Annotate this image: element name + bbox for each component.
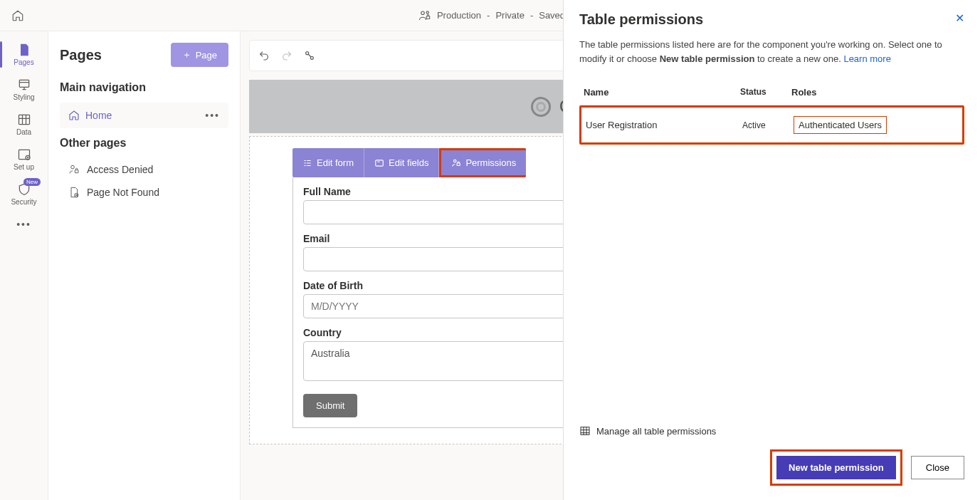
close-icon[interactable]: ✕ (955, 11, 964, 25)
people-lock-icon (418, 9, 431, 22)
setup-icon (17, 147, 31, 162)
perm-description: The table permissions listed here are fo… (579, 38, 964, 66)
home-icon (68, 110, 80, 121)
home-icon[interactable] (11, 9, 24, 22)
table-row[interactable]: User Registration Active Authenticated U… (579, 105, 964, 145)
company-logo-icon (531, 97, 551, 117)
svg-point-13 (454, 160, 457, 162)
rail-setup-label: Set up (14, 163, 34, 171)
undo-icon[interactable] (258, 50, 270, 61)
add-page-label: Page (196, 50, 217, 61)
permissions-table: Name Status Roles User Registration Acti… (579, 80, 964, 145)
permissions-label: Permissions (465, 157, 516, 168)
learn-more-link[interactable]: Learn more (843, 53, 890, 64)
row-roles: Authenticated Users (794, 116, 887, 134)
main-nav-heading: Main navigation (60, 81, 228, 94)
nav-item-more[interactable]: ••• (205, 110, 220, 121)
page-error-icon (68, 187, 80, 198)
edit-form-button[interactable]: Edit form (293, 148, 364, 177)
nav-item-access-denied[interactable]: Access Denied (60, 158, 228, 181)
nav-item-home[interactable]: Home ••• (60, 103, 228, 128)
svg-point-1 (426, 11, 428, 13)
fields-icon (374, 158, 384, 168)
submit-button[interactable]: Submit (303, 394, 357, 417)
link-icon[interactable] (304, 50, 315, 61)
svg-rect-3 (19, 80, 28, 87)
new-table-permission-button[interactable]: New table permission (776, 456, 896, 479)
panel-footer: New table permission Close (579, 449, 964, 489)
col-status: Status (740, 87, 791, 98)
rail-security-label: Security (11, 198, 36, 206)
manage-all-link[interactable]: Manage all table permissions (579, 425, 964, 437)
data-icon (17, 113, 31, 127)
col-name: Name (584, 87, 740, 98)
col-roles: Roles (791, 87, 960, 98)
env-name: Production (437, 10, 481, 21)
rail-data-label: Data (16, 128, 31, 136)
nav-item-home-label: Home (85, 110, 112, 121)
rail-styling-label: Styling (13, 93, 34, 101)
form-toolbar: Edit form Edit fields Permissions (293, 148, 526, 177)
not-found-label: Page Not Found (87, 187, 159, 198)
nav-item-not-found[interactable]: Page Not Found (60, 181, 228, 204)
edit-form-label: Edit form (317, 157, 354, 168)
row-status: Active (742, 120, 794, 130)
rail-data[interactable]: Data (0, 107, 48, 142)
svg-rect-15 (581, 427, 589, 435)
person-lock-icon (451, 158, 461, 168)
svg-rect-8 (75, 170, 78, 173)
permissions-button[interactable]: Permissions (439, 148, 526, 177)
edit-fields-button[interactable]: Edit fields (364, 148, 439, 177)
rail-more[interactable]: ••• (16, 212, 31, 237)
new-permission-highlight: New table permission (770, 449, 902, 486)
rail-pages[interactable]: Pages (0, 37, 48, 72)
pages-panel: Pages ＋ Page Main navigation Home ••• Ot… (48, 31, 241, 500)
table-header: Name Status Roles (579, 80, 964, 105)
table-permissions-panel: Table permissions ✕ The table permission… (563, 0, 980, 500)
plus-icon: ＋ (182, 48, 191, 61)
rail-pages-label: Pages (14, 58, 33, 66)
person-lock-icon (68, 164, 80, 175)
redo-icon[interactable] (281, 50, 293, 61)
svg-rect-2 (426, 16, 430, 19)
pages-title: Pages (60, 47, 102, 63)
row-name: User Registration (586, 120, 742, 130)
rail-styling[interactable]: Styling (0, 72, 48, 107)
close-button[interactable]: Close (911, 456, 964, 479)
svg-rect-14 (458, 163, 460, 166)
add-page-button[interactable]: ＋ Page (171, 43, 228, 67)
left-nav-rail: Pages Styling Data Set up New Security •… (0, 31, 48, 500)
page-icon (17, 43, 31, 57)
env-privacy: Private (495, 10, 524, 21)
other-pages-heading: Other pages (60, 137, 228, 150)
edit-fields-label: Edit fields (389, 157, 428, 168)
env-state: Saved (539, 10, 565, 21)
manage-all-label: Manage all table permissions (596, 426, 716, 437)
rail-security[interactable]: New Security (0, 177, 48, 212)
access-denied-label: Access Denied (87, 164, 153, 175)
svg-point-0 (421, 11, 425, 15)
perm-panel-title: Table permissions (579, 11, 703, 28)
rail-setup[interactable]: Set up (0, 142, 48, 177)
svg-rect-4 (19, 115, 29, 124)
styling-icon (17, 78, 31, 92)
svg-point-7 (71, 165, 75, 169)
svg-rect-12 (376, 160, 384, 165)
form-icon (302, 158, 312, 168)
new-badge: New (23, 178, 41, 186)
table-icon (579, 425, 591, 437)
